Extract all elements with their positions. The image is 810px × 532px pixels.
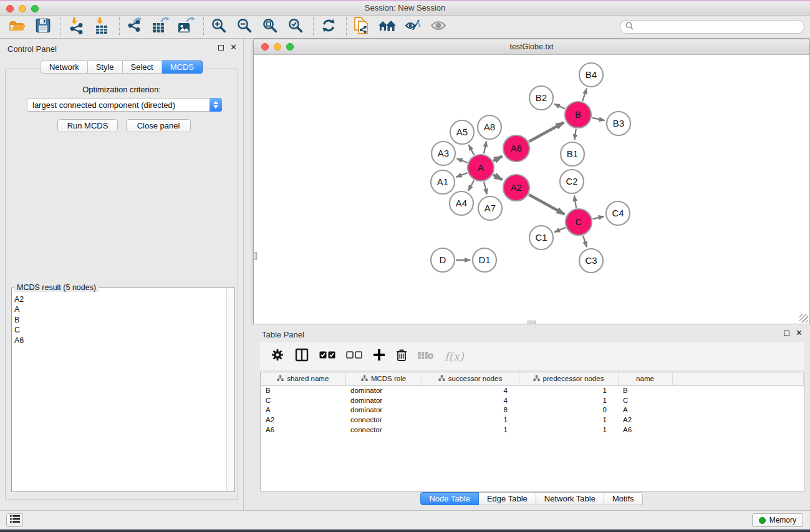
graph-edge-C-C4[interactable] [592,216,604,219]
search-input[interactable] [637,22,799,31]
graph-edge-A-A6[interactable] [493,156,502,161]
table-toolbar: f(x) [260,342,804,370]
frame-resize-grip[interactable] [799,314,808,322]
table-row[interactable]: A2connector11A2 [261,415,804,425]
main-toolbar [0,16,810,39]
table-row[interactable]: A6connector11A6 [261,425,804,435]
table-row[interactable]: Adominator80A [261,405,804,415]
graph-node-label-B1: B1 [567,148,578,159]
column-header[interactable]: successor nodes [422,372,519,385]
graphics-details-button[interactable] [403,17,422,36]
save-session-button[interactable] [34,17,52,36]
table-settings-button[interactable] [271,348,284,364]
node-table[interactable]: shared nameMCDS rolesuccessor nodesprede… [260,372,804,491]
tab-mcds[interactable]: MCDS [162,60,203,74]
close-traffic-button[interactable] [6,5,14,12]
export-network-button[interactable] [125,17,144,36]
network-minimize-button[interactable] [274,43,281,51]
graph-edge-C-C2[interactable] [574,196,576,208]
add-column-button[interactable] [373,348,385,364]
mcds-result-item[interactable]: A6 [12,336,226,346]
zoom-selected-button[interactable] [286,17,305,36]
mcds-result-item[interactable]: B [12,315,226,325]
zoom-in-button[interactable] [210,17,228,36]
result-scrollbar[interactable] [226,288,234,491]
tab-style[interactable]: Style [88,60,123,74]
desktop-strip-bottom [0,530,810,532]
tab-edge-table[interactable]: Edge Table [479,492,536,505]
graph-edge-A-A8[interactable] [484,141,486,153]
table-row[interactable]: Cdominator41C [261,395,804,405]
import-table-button[interactable] [92,17,111,36]
birdseye-button[interactable] [429,17,448,36]
graph-edge-A2-C[interactable] [529,195,564,214]
mcds-result-item[interactable]: A2 [12,294,226,304]
network-close-button[interactable] [261,43,269,51]
show-column-button[interactable] [295,348,309,364]
tab-select[interactable]: Select [123,60,162,74]
memory-button[interactable]: Memory [752,513,803,527]
table-row[interactable]: Bdominator41B [261,385,804,395]
mcds-result-list[interactable]: A2ABCA6 [12,290,226,491]
network-window-title: testGlobe.txt [254,39,809,54]
open-session-button[interactable] [8,17,27,36]
tab-motifs[interactable]: Motifs [604,492,643,505]
status-bar: Memory [0,510,810,530]
tab-node-table[interactable]: Node Table [420,492,479,505]
network-canvas[interactable]: B4B2BB3A8A5A6A3B1AC2A1A2A4A7C4CC1C3DD1 [254,56,809,324]
import-network-icon [67,17,85,37]
control-panel-tabs: Network Style Select MCDS [0,60,243,74]
export-image-button[interactable] [176,17,195,36]
float-panel-icon[interactable] [218,45,224,51]
frame-handle-left[interactable] [253,252,257,260]
column-header[interactable]: name [618,372,672,385]
graph-edge-A-A7[interactable] [484,181,487,194]
graph-edge-B-B4[interactable] [582,89,587,101]
minimize-traffic-button[interactable] [19,5,26,12]
graph-edge-C-C1[interactable] [554,228,566,232]
select-all-button[interactable] [319,348,335,364]
graph-node-label-C1: C1 [535,232,547,243]
network-zoom-button[interactable] [286,43,294,51]
close-panel-button[interactable]: Close panel [126,119,191,132]
run-mcds-button[interactable]: Run MCDS [57,119,118,132]
unselect-all-button[interactable] [346,348,362,364]
graph-edge-A-A1[interactable] [456,173,468,177]
column-header[interactable]: shared name [261,372,345,385]
network-window-titlebar[interactable]: testGlobe.txt [254,39,809,55]
delete-table-button[interactable] [418,348,434,364]
graph-edge-A-A4[interactable] [468,180,474,191]
graph-edge-A6-B[interactable] [529,122,564,142]
column-header[interactable]: predecessor nodes [519,372,618,385]
tab-network[interactable]: Network [41,60,88,74]
close-table-panel-icon[interactable]: ✕ [796,330,803,336]
mcds-result-item[interactable]: A [12,304,226,314]
function-builder-button[interactable]: f(x) [445,348,464,364]
optimization-criterion-dropdown[interactable]: largest connected component (directed) [27,98,222,112]
search-box[interactable] [620,20,804,34]
graph-edge-A-A3[interactable] [456,158,467,163]
refresh-button[interactable] [319,17,338,36]
graph-node-label-A4: A4 [456,198,467,208]
mcds-result-item[interactable]: C [12,325,226,335]
overview-button[interactable] [378,17,397,36]
zoom-traffic-button[interactable] [31,5,39,12]
tab-network-table[interactable]: Network Table [536,492,604,505]
graph-edge-B-B2[interactable] [554,104,565,109]
task-history-button[interactable] [6,513,23,527]
zoom-out-button[interactable] [235,17,254,36]
graph-edge-A-A2[interactable] [493,175,502,180]
graph-edge-B-B3[interactable] [592,118,604,120]
zoom-fit-button[interactable] [261,17,279,36]
graph-edge-B-B1[interactable] [574,129,576,140]
eye-icon [430,19,447,34]
column-header[interactable]: MCDS role [345,372,422,385]
graph-edge-C-C3[interactable] [583,236,587,247]
import-network-button[interactable] [67,17,85,36]
graph-edge-A-A5[interactable] [469,145,475,155]
float-table-panel-icon[interactable] [784,331,789,336]
close-panel-icon[interactable]: ✕ [230,44,237,51]
delete-column-button[interactable] [396,348,407,364]
export-table-button[interactable] [151,17,170,36]
network-from-selection-button[interactable] [352,17,371,36]
